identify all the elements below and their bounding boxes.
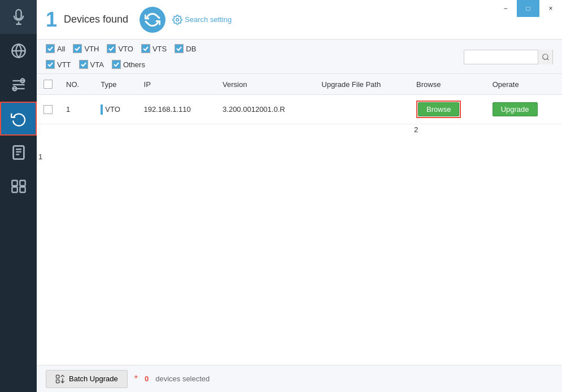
filter-bar: All VTH VTO VTS DB [37,40,562,74]
row-ip: 192.168.1.110 [137,95,216,124]
col-ip: IP [137,74,216,95]
svg-rect-22 [56,375,59,378]
window-controls: − □ × [494,0,562,17]
svg-rect-17 [12,187,17,192]
filter-vts-label: VTS [153,45,167,53]
filter-vto-label: VTO [118,45,133,53]
col-type: Type [94,74,137,95]
filter-vth-checkbox[interactable] [73,44,82,53]
footer: Batch Upgrade * 0 devices selected [37,365,562,392]
filter-vta-label: VTA [90,60,104,69]
svg-rect-18 [20,187,25,192]
row-select-checkbox[interactable] [43,105,53,114]
table-header-row: NO. Type IP Version Upgrade File Path Br… [37,74,562,95]
row-version: 3.200.0012001.0.R [216,95,315,124]
upgrade-button[interactable]: Upgrade [493,102,538,116]
svg-line-21 [547,59,548,60]
filter-all-label: All [57,45,65,53]
filter-vto-checkbox[interactable] [107,44,116,53]
col-no: NO. [59,74,94,95]
selected-count: 0 [145,374,149,383]
filter-db[interactable]: DB [175,44,201,53]
sidebar-item-tools[interactable] [0,68,37,102]
sidebar [0,0,37,392]
row-type: VTO [94,95,137,124]
svg-point-19 [176,18,179,21]
select-all-checkbox[interactable] [43,80,53,89]
filter-others-checkbox[interactable] [112,60,121,69]
filter-db-label: DB [186,45,196,53]
svg-rect-23 [56,380,59,382]
sidebar-item-update[interactable] [0,102,37,136]
row-operate-cell: Upgrade [486,95,562,124]
minimize-button[interactable]: − [494,0,517,17]
sidebar-item-document[interactable] [0,136,37,169]
annotation-2: 2 [414,125,418,134]
col-version: Version [216,74,315,95]
sidebar-item-settings[interactable] [0,169,37,203]
filter-vta-checkbox[interactable] [79,60,88,69]
row-browse-cell: Browse 2 [409,95,486,124]
browse-button[interactable]: Browse [418,102,459,116]
device-table: NO. Type IP Version Upgrade File Path Br… [37,74,562,124]
filter-vta[interactable]: VTA [79,60,108,69]
svg-point-20 [542,54,547,59]
type-bar [101,104,103,115]
maximize-button[interactable]: □ [517,0,539,17]
page-title: Devices found [64,14,128,25]
filter-others-label: Others [123,60,145,69]
col-checkbox [37,74,59,95]
filter-vts[interactable]: VTS [141,44,171,53]
device-count: 1 [46,8,57,32]
filter-vto[interactable]: VTO [107,44,138,53]
device-table-container: NO. Type IP Version Upgrade File Path Br… [37,74,562,365]
filter-vts-checkbox[interactable] [141,44,150,53]
sidebar-item-network[interactable] [0,34,37,68]
filter-vth[interactable]: VTH [73,44,103,53]
refresh-button[interactable] [140,7,165,33]
filter-vtt[interactable]: VTT [46,60,76,69]
table-row: 1 VTO 192.168.1.110 3.200.0012001.0.R Br… [37,95,562,124]
main-content: 1 Devices found Search setting − □ × [37,0,562,392]
col-operate: Operate [486,74,562,95]
search-box [464,50,553,64]
selected-text: devices selected [155,374,210,383]
sidebar-item-microphone[interactable] [0,0,37,34]
filter-all-checkbox[interactable] [46,44,55,53]
filter-vth-label: VTH [84,45,99,53]
batch-upgrade-button[interactable]: Batch Upgrade [46,370,128,388]
svg-rect-16 [20,181,25,186]
close-button[interactable]: × [539,0,562,17]
search-setting-button[interactable]: Search setting [172,15,232,25]
asterisk-icon: * [134,374,138,384]
col-upgrade-path: Upgrade File Path [315,74,409,95]
svg-rect-15 [12,181,17,186]
batch-upgrade-label: Batch Upgrade [69,374,118,383]
browse-highlight: Browse [416,101,461,118]
filter-db-checkbox[interactable] [175,44,184,53]
type-label: VTO [105,105,120,114]
side-number-label: 1 [38,153,42,161]
header: 1 Devices found Search setting − □ × [37,0,562,40]
search-button[interactable] [538,50,552,64]
search-setting-label: Search setting [185,15,232,24]
search-input[interactable] [464,53,538,62]
col-browse: Browse [409,74,486,95]
filter-all[interactable]: All [46,44,69,53]
filter-vtt-checkbox[interactable] [46,60,55,69]
row-upgrade-path [315,95,409,124]
row-no: 1 [59,95,94,124]
row-checkbox-cell [37,95,59,124]
filter-others[interactable]: Others [112,60,150,69]
filter-vtt-label: VTT [57,60,71,69]
